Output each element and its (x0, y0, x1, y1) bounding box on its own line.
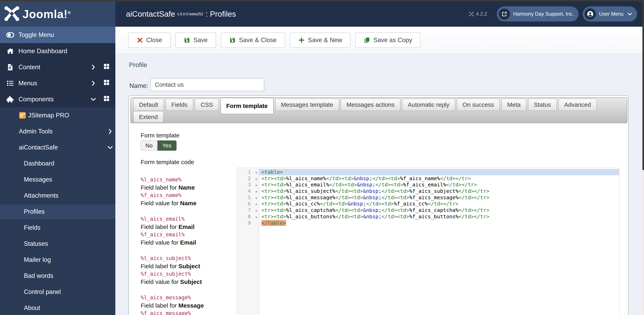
jsitemap-icon-glyph (19, 112, 26, 119)
sidebar-item-label: Home Dashboard (18, 48, 67, 55)
site-button-label: Harmony Day Support, Inc. (513, 11, 574, 17)
code-editor[interactable]: 1▾2▾3▾4▾5▾6▾7▾8▾9 <table><tr><td>%l_aics… (237, 168, 619, 315)
code-token-plain: %f_aics_subject% (409, 188, 458, 194)
sidebar-item-about[interactable]: About (0, 300, 115, 315)
code-token-tag: </td><td> (335, 188, 363, 194)
sidebar-item-toggle-menu[interactable]: Toggle Menu (0, 27, 115, 43)
line-number: 7 (248, 207, 251, 214)
chevron-down-icon (627, 12, 632, 17)
save-icon (229, 37, 236, 43)
tab-status[interactable]: Status (528, 98, 557, 111)
chevron-down-icon[interactable] (90, 96, 96, 102)
line-number: 3 (248, 182, 251, 188)
form-template-yes-button[interactable]: Yes (158, 140, 176, 151)
tab-on-success[interactable]: On success (457, 98, 500, 111)
placeholder-token: %l_aics_subject% (141, 254, 235, 262)
form-template-no-button[interactable]: No (141, 140, 158, 151)
close-icon (136, 37, 143, 43)
sidebar-item-messages[interactable]: Messages (0, 172, 115, 188)
placeholder-token-group: %l_aics_message%Field label for Message%… (141, 294, 235, 315)
editor-code-area[interactable]: <table><tr><td>%l_aics_name%</td><td>&nb… (259, 168, 619, 315)
joomla-wordmark: Joomla!® (22, 8, 71, 21)
sidebar-item-control-panel[interactable]: Control panel (0, 284, 115, 300)
fold-arrow-icon[interactable]: ▾ (255, 182, 258, 188)
sidebar-item-components[interactable]: Components (0, 91, 115, 107)
fold-arrow-icon[interactable]: ▾ (255, 170, 258, 176)
tab-form-template[interactable]: Form template (220, 98, 274, 114)
code-token-plain: %l_aics_cc% (286, 201, 320, 207)
sidebar-item-statuses[interactable]: Statuses (0, 236, 115, 252)
code-token-tag: </td><td> (382, 214, 409, 220)
fold-arrow-icon[interactable]: ▾ (255, 195, 258, 202)
save-close-button[interactable]: Save & Close (221, 32, 285, 48)
sidebar-item-label: Menus (18, 80, 37, 87)
fold-arrow-icon[interactable]: ▾ (255, 208, 258, 214)
sidebar-item-mailer-log[interactable]: Mailer log (0, 252, 115, 268)
tab-default[interactable]: Default (133, 98, 164, 111)
fold-arrow-icon[interactable]: ▾ (255, 214, 258, 220)
tab-extend[interactable]: Extend (133, 111, 164, 123)
gutter-line: 6▾ (237, 201, 259, 207)
code-token-atom: &nbsp; (354, 175, 372, 182)
save-button[interactable]: Save (175, 32, 216, 48)
gutter-line: 2▾ (237, 175, 259, 182)
dashboard-grid-icon[interactable] (103, 95, 110, 104)
tab-meta[interactable]: Meta (501, 98, 526, 111)
chevron-down-icon[interactable] (107, 144, 113, 150)
sidebar-item-profiles[interactable]: Profiles (0, 204, 115, 220)
view-title: : Profiles (206, 10, 236, 18)
sidebar-item-label: aiContactSafe (19, 144, 58, 151)
dashboard-grid-icon[interactable] (103, 63, 110, 72)
placeholder-token: %l_aics_message% (141, 294, 235, 302)
tab-advanced[interactable]: Advanced (558, 98, 597, 111)
tab-fields[interactable]: Fields (166, 98, 193, 111)
fold-arrow-icon[interactable]: ▾ (255, 188, 258, 195)
sidebar-item-aicontactsafe[interactable]: aiContactSafe (0, 140, 115, 156)
sidebar-item-label: Attachments (24, 192, 58, 199)
code-token-tag: </td></tr> (458, 207, 490, 213)
user-menu-button[interactable]: User Menu (582, 6, 637, 22)
field-name-strong: Subject (180, 278, 202, 285)
chevron-right-icon[interactable] (90, 80, 96, 86)
code-token-atom: &nbsp; (363, 188, 382, 194)
code-line: <tr><td>%l_aics_message%</td><td>&nbsp;<… (262, 194, 619, 201)
list-icon (6, 80, 14, 87)
code-token-plain: %l_aics_email% (286, 182, 329, 188)
sidebar-item-menus[interactable]: Menus (0, 75, 115, 91)
sidebar-item-label: JSitemap PRO (19, 112, 69, 119)
name-input[interactable] (150, 78, 264, 91)
sidebar-item-home-dashboard[interactable]: Home Dashboard (0, 43, 115, 59)
button-label: Save (194, 36, 208, 44)
dashboard-grid-icon[interactable] (103, 79, 110, 88)
code-token-tag: </td><td> (382, 188, 409, 194)
tab-automatic-reply[interactable]: Automatic reply (402, 98, 455, 111)
sidebar-item-dashboard[interactable]: Dashboard (0, 156, 115, 172)
tab-messages-template[interactable]: Messages template (275, 98, 339, 111)
save-new-button[interactable]: Save & New (290, 32, 351, 48)
sidebar-item-admin-tools[interactable]: Admin Tools (0, 124, 115, 140)
line-number: 2 (248, 175, 251, 182)
chevron-right-icon[interactable] (90, 64, 96, 70)
aicontactsafe-children: DashboardMessagesAttachmentsProfilesFiel… (0, 156, 115, 315)
button-label: Close (146, 36, 162, 44)
fold-arrow-icon[interactable]: ▾ (255, 176, 258, 182)
close-button[interactable]: Close (128, 32, 170, 48)
user-icon (584, 8, 596, 20)
sidebar-item-bad-words[interactable]: Bad words (0, 268, 115, 284)
code-token-tag: </td><td> (382, 194, 409, 200)
sidebar-item-fields[interactable]: Fields (0, 220, 115, 236)
placeholder-token-list: %l_aics_name%Field label for Name%f_aics… (141, 176, 235, 315)
fold-arrow-icon[interactable]: ▾ (255, 201, 258, 208)
sidebar-item-label: Bad words (24, 272, 53, 280)
tab-messages-actions[interactable]: Messages actions (341, 98, 400, 111)
button-label: Save as Copy (373, 36, 412, 44)
line-number: 5 (248, 194, 251, 201)
chevron-right-icon[interactable] (107, 128, 113, 134)
scrollbar-thumb[interactable] (642, 0, 644, 170)
tab-css[interactable]: CSS (195, 98, 219, 111)
sidebar-item-content[interactable]: Content (0, 59, 115, 75)
sidebar-item-jsitemap-pro[interactable]: JSitemap PRO (0, 107, 115, 124)
site-preview-button[interactable]: Harmony Day Support, Inc. (497, 6, 578, 22)
sidebar-item-attachments[interactable]: Attachments (0, 188, 115, 204)
save-as-copy-button[interactable]: Save as Copy (355, 32, 420, 48)
